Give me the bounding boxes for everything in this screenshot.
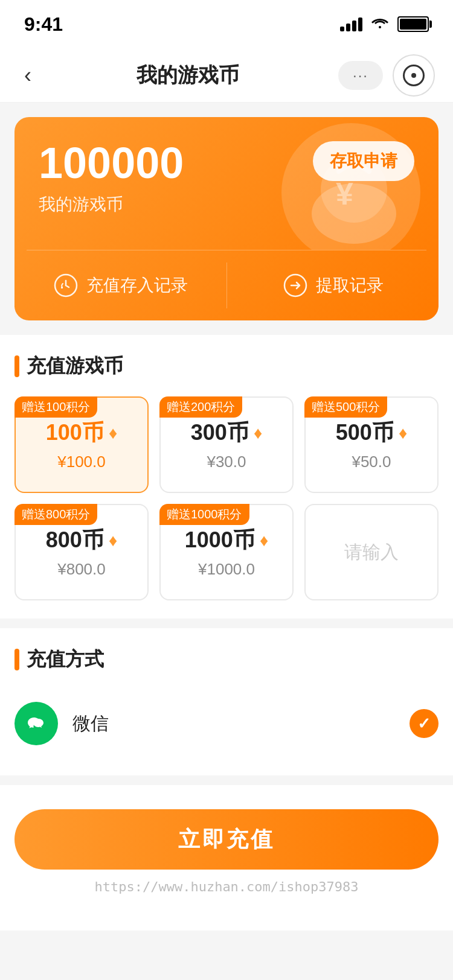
status-bar: 9:41 — [0, 0, 453, 48]
recharge-section: 充值游戏币 赠送100积分 100币 ♦ ¥100.0 赠送200积分 300币… — [0, 335, 453, 619]
diamond-icon-4: ♦ — [109, 531, 117, 550]
payment-section-title: 充值方式 — [14, 646, 439, 673]
diamond-icon-2: ♦ — [254, 424, 262, 443]
balance-label: 我的游戏币 — [39, 193, 414, 216]
recharge-price-5: ¥1000.0 — [198, 560, 255, 579]
recharge-coins-2: 300币 ♦ — [191, 418, 262, 448]
wechat-icon — [14, 702, 58, 745]
recharge-coins-1: 100币 ♦ — [46, 418, 117, 448]
bottom-area: 立即充值 https://www.huzhan.com/ishop37983 — [0, 785, 453, 931]
watermark: https://www.huzhan.com/ishop37983 — [14, 879, 439, 894]
recharge-badge-5: 赠送1000积分 — [159, 504, 249, 525]
balance-card: ¥ 100000 我的游戏币 存取申请 充值存入记录 提取记录 — [14, 117, 439, 320]
recharge-price-2: ¥30.0 — [207, 453, 246, 471]
status-icons — [340, 14, 429, 34]
signal-icon — [340, 18, 362, 31]
wifi-icon — [371, 14, 389, 34]
checkmark-icon: ✓ — [417, 714, 431, 733]
deposit-apply-button[interactable]: 存取申请 — [313, 141, 414, 181]
more-button[interactable]: ··· — [338, 61, 383, 90]
page-title: 我的游戏币 — [137, 62, 239, 89]
back-button[interactable]: ‹ — [18, 57, 37, 94]
scan-button[interactable] — [393, 54, 435, 97]
custom-placeholder: 请输入 — [344, 540, 399, 565]
recharge-badge-4: 赠送800积分 — [14, 504, 97, 525]
deposit-record-icon — [53, 272, 79, 299]
recharge-price-1: ¥100.0 — [57, 453, 106, 471]
recharge-item-3[interactable]: 赠送500积分 500币 ♦ ¥50.0 — [304, 396, 439, 493]
recharge-item-custom[interactable]: 请输入 — [304, 504, 439, 600]
recharge-record-label: 充值存入记录 — [86, 274, 188, 297]
nav-actions: ··· — [338, 54, 435, 97]
withdraw-record-icon — [282, 272, 309, 299]
nav-bar: ‹ 我的游戏币 ··· — [0, 48, 453, 103]
recharge-price-3: ¥50.0 — [352, 453, 391, 471]
recharge-coins-5: 1000币 ♦ — [185, 526, 268, 555]
withdraw-history-button[interactable]: 提取记录 — [226, 262, 439, 308]
wechat-payment-item[interactable]: 微信 ✓ — [14, 690, 439, 757]
recharge-badge-1: 赠送100积分 — [14, 396, 97, 418]
diamond-icon-1: ♦ — [109, 424, 117, 443]
scan-icon — [403, 65, 425, 86]
recharge-section-title: 充值游戏币 — [14, 353, 439, 380]
recharge-price-4: ¥800.0 — [57, 560, 106, 579]
recharge-now-button[interactable]: 立即充值 — [14, 809, 439, 870]
card-bottom: 充值存入记录 提取记录 — [14, 250, 439, 320]
recharge-badge-2: 赠送200积分 — [159, 396, 242, 418]
recharge-badge-3: 赠送500积分 — [304, 396, 387, 418]
recharge-coins-3: 500币 ♦ — [336, 418, 407, 448]
recharge-item-2[interactable]: 赠送200积分 300币 ♦ ¥30.0 — [159, 396, 294, 493]
recharge-item-4[interactable]: 赠送800积分 800币 ♦ ¥800.0 — [14, 504, 149, 600]
recharge-item-1[interactable]: 赠送100积分 100币 ♦ ¥100.0 — [14, 396, 149, 493]
payment-section: 充值方式 微信 ✓ — [0, 628, 453, 775]
battery-icon — [397, 16, 429, 32]
card-top: ¥ 100000 我的游戏币 存取申请 — [14, 117, 439, 250]
wechat-selected-check: ✓ — [410, 709, 439, 738]
recharge-item-5[interactable]: 赠送1000积分 1000币 ♦ ¥1000.0 — [159, 504, 294, 600]
wechat-label: 微信 — [72, 711, 410, 736]
diamond-icon-3: ♦ — [399, 424, 407, 443]
recharge-coins-4: 800币 ♦ — [46, 526, 117, 555]
recharge-grid: 赠送100积分 100币 ♦ ¥100.0 赠送200积分 300币 ♦ ¥30… — [14, 396, 439, 600]
recharge-history-button[interactable]: 充值存入记录 — [14, 262, 226, 308]
wechat-logo — [23, 710, 50, 737]
more-dots-icon: ··· — [353, 67, 368, 84]
diamond-icon-5: ♦ — [260, 531, 268, 550]
status-time: 9:41 — [24, 13, 63, 36]
withdraw-record-label: 提取记录 — [316, 274, 384, 297]
